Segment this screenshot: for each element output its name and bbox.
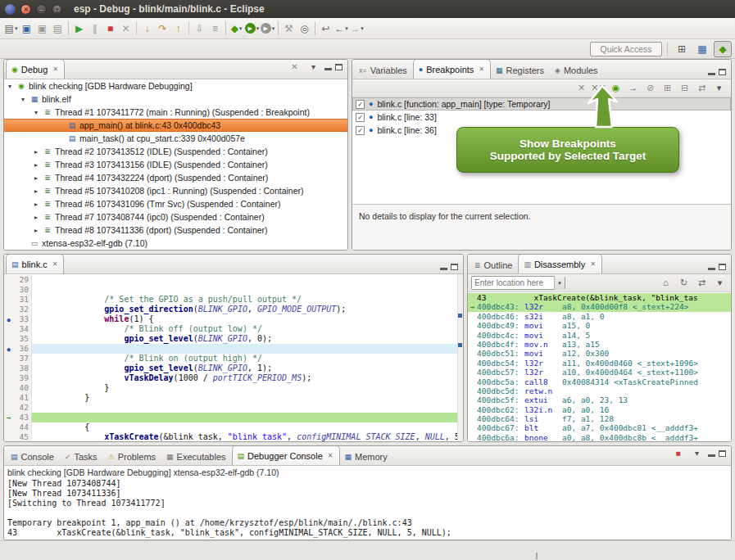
code-line[interactable]: 41 void app_main() — [4, 393, 463, 403]
debug-tree-item[interactable]: blink checking [GDB Hardware Debugging] — [4, 79, 347, 93]
tab-close-icon[interactable]: ✕ — [52, 65, 58, 73]
view-menu-icon[interactable]: ▾ — [306, 59, 321, 75]
code-line[interactable]: 31 while(1) { — [4, 295, 463, 305]
dropdown-arrow-icon[interactable]: ▾ — [239, 25, 243, 32]
disassembly-row[interactable]: 400dbc6a: bnone a0, a8, 0x400dbc8b <__ad… — [468, 433, 731, 441]
code-line[interactable]: 33 gpio_set_level(BLINK_GPIO, 0); — [4, 314, 463, 324]
tree-expander-icon[interactable] — [32, 109, 40, 116]
perspective-cpp-button[interactable]: ▦ — [693, 41, 711, 57]
debug-tree-item[interactable]: Thread #8 1073411336 (dport) (Suspended … — [4, 224, 347, 237]
gutter-marker[interactable] — [4, 305, 13, 314]
window-minimize-button[interactable] — [36, 4, 47, 15]
open-perspective-icon[interactable]: ⊞ — [673, 41, 691, 57]
tab-debugger-console[interactable]: ▤ Debugger Console ✕ — [232, 445, 340, 465]
tree-expander-icon[interactable] — [6, 83, 14, 90]
gutter-marker[interactable] — [4, 432, 13, 442]
terminate-icon[interactable]: ■ — [670, 445, 686, 462]
disassembly-row[interactable]: 400dbc51: movi a12, 0x300 — [468, 349, 731, 358]
step-into-icon[interactable]: ↓ — [139, 20, 155, 37]
code-line[interactable]: 39 } — [4, 373, 463, 383]
dropdown-arrow-icon[interactable]: ▾ — [256, 25, 260, 32]
disassembly-row[interactable]: 400dbc5d: retw.n — [468, 386, 731, 395]
tab-blink-c[interactable]: ▤ blink.c ✕ — [6, 254, 64, 273]
external-tools-icon[interactable]: ▶ ▾ — [260, 20, 275, 37]
search-icon[interactable]: ◎ — [297, 20, 312, 37]
disassembly-row[interactable]: 400dbc46: s32i a8, a1, 0 — [468, 312, 731, 321]
debug-tree-item[interactable]: Thread #4 1073432224 (dport) (Suspended … — [4, 171, 347, 184]
tree-expander-icon[interactable] — [32, 214, 40, 221]
tab-console[interactable]: ▤ Console — [6, 448, 60, 465]
gutter-marker[interactable] — [4, 393, 13, 403]
disassembly-row[interactable]: 400dbc54: l32r a11, 0x400d0460 <_stext+1… — [468, 359, 731, 368]
run-icon[interactable]: ▶ ▾ — [244, 20, 260, 37]
build-icon[interactable]: ⚒ — [281, 20, 297, 37]
minimize-view-icon[interactable] — [708, 454, 715, 457]
gutter-marker[interactable] — [4, 334, 13, 344]
dropdown-arrow-icon[interactable]: ▾ — [15, 25, 18, 32]
minimize-view-icon[interactable] — [440, 268, 447, 270]
breakpoint-checkbox[interactable]: ✓ — [356, 113, 365, 122]
print-icon[interactable]: ▤ — [50, 20, 66, 37]
disassembly-row[interactable]: 400dbc5a: call8 0x40084314 <xTaskCreateP… — [468, 377, 731, 386]
view-menu-icon[interactable]: ▾ — [711, 80, 727, 97]
tree-expander-icon[interactable] — [32, 161, 40, 169]
terminate-icon[interactable]: ■ — [102, 20, 118, 37]
maximize-view-icon[interactable] — [451, 264, 458, 270]
tab-tasks[interactable]: ✓ Tasks — [60, 448, 103, 465]
gutter-marker[interactable] — [4, 373, 13, 383]
breakpoint-item[interactable]: ✓ ● blink.c [line: 33] — [352, 111, 731, 124]
gutter-marker[interactable] — [4, 422, 13, 432]
breakpoint-item[interactable]: ✓ ● blink.c [function: app_main] [type: … — [352, 97, 731, 111]
maximize-view-icon[interactable] — [719, 450, 726, 457]
disassembly-row[interactable]: 400dbc62: l32i.n a0, a0, 16 — [468, 405, 731, 414]
debug-tree-item[interactable]: app_main() at blink.c:43 0x400dbc43 — [4, 119, 347, 132]
code-line[interactable]: 38 } — [4, 364, 463, 373]
disassembly-row[interactable]: 400dbc43: l32r a8, 0x400d00f8 <_stext+22… — [468, 302, 731, 311]
tree-expander-icon[interactable] — [19, 96, 27, 103]
gutter-marker[interactable] — [4, 314, 13, 324]
tab-problems[interactable]: ⚠ Problems — [103, 448, 162, 465]
go-to-file-for-breakpoint-icon[interactable]: → — [625, 80, 641, 97]
gutter-marker[interactable] — [4, 295, 13, 305]
tab-close-icon[interactable]: ✕ — [590, 260, 596, 268]
new-wizard-icon[interactable]: ▤ ▾ — [3, 20, 19, 37]
disassembly-row[interactable]: 400dbc4c: movi a14, 5 — [468, 331, 731, 340]
debug-tree-item[interactable]: Thread #5 1073410208 (ipc1 : Running) (S… — [4, 184, 347, 197]
maximize-view-icon[interactable] — [719, 264, 726, 270]
location-input[interactable] — [472, 278, 554, 289]
minimize-view-icon[interactable] — [708, 268, 715, 270]
tab-close-icon[interactable]: ✕ — [328, 452, 333, 459]
window-close-button[interactable] — [20, 4, 31, 15]
gutter-marker[interactable] — [4, 413, 13, 422]
step-return-icon[interactable]: ↑ — [170, 20, 186, 37]
remove-all-terminated-icon[interactable]: ✕ — [287, 59, 302, 75]
code-line[interactable]: 35 /* Blink on (output high) */ — [4, 334, 463, 344]
breakpoint-checkbox[interactable]: ✓ — [356, 126, 365, 135]
location-dropdown-icon[interactable]: ▾ — [554, 276, 565, 290]
minimize-view-icon[interactable] — [324, 68, 332, 70]
tab-memory[interactable]: ▦ Memory — [340, 448, 393, 465]
disconnect-icon[interactable]: ✕ — [118, 20, 134, 37]
disassembly-row[interactable]: 43 xTaskCreate(&blink_task, "blink_tas — [468, 293, 731, 302]
quick-access-input[interactable]: Quick Access — [590, 42, 662, 56]
go-to-pc-icon[interactable]: ⌂ — [658, 275, 674, 291]
view-menu-icon[interactable]: ▾ — [712, 275, 728, 291]
disassembly-row[interactable]: 400dbc4f: mov.n a13, a15 — [468, 340, 731, 349]
gutter-marker[interactable] — [4, 383, 13, 393]
disassembly-row[interactable]: 400dbc64: lsi f7, a1, 128 — [468, 414, 731, 423]
step-over-icon[interactable]: ↷ — [155, 20, 170, 37]
code-area[interactable]: 29 /* Set the GPIO as a push/pull output… — [4, 274, 463, 442]
save-icon[interactable]: ▣ — [19, 20, 34, 37]
code-line[interactable]: 34 vTaskDelay(1000 / portTICK_PERIOD_MS)… — [4, 324, 463, 334]
gutter-marker[interactable] — [4, 324, 13, 334]
tree-expander-icon[interactable] — [32, 187, 40, 195]
debug-tree-item[interactable]: Thread #6 1073431096 (Tmr Svc) (Suspende… — [4, 197, 347, 210]
overview-ruler[interactable] — [457, 274, 463, 442]
disassembly-row[interactable]: 400dbc67: blt a0, a7, 0x400dbc81 <__addd… — [468, 423, 731, 432]
tab-disassembly[interactable]: ▥ Disassembly ✕ — [518, 254, 602, 273]
debug-tree-item[interactable]: main_task() at cpu_start.c:339 0x400d057… — [4, 132, 347, 145]
tree-expander-icon[interactable] — [32, 148, 40, 156]
code-line[interactable]: 32 /* Blink off (output low) */ — [4, 305, 463, 314]
last-edit-location-icon[interactable]: ↩ — [318, 20, 333, 37]
debug-tree-item[interactable]: xtensa-esp32-elf-gdb (7.10) — [4, 237, 347, 250]
